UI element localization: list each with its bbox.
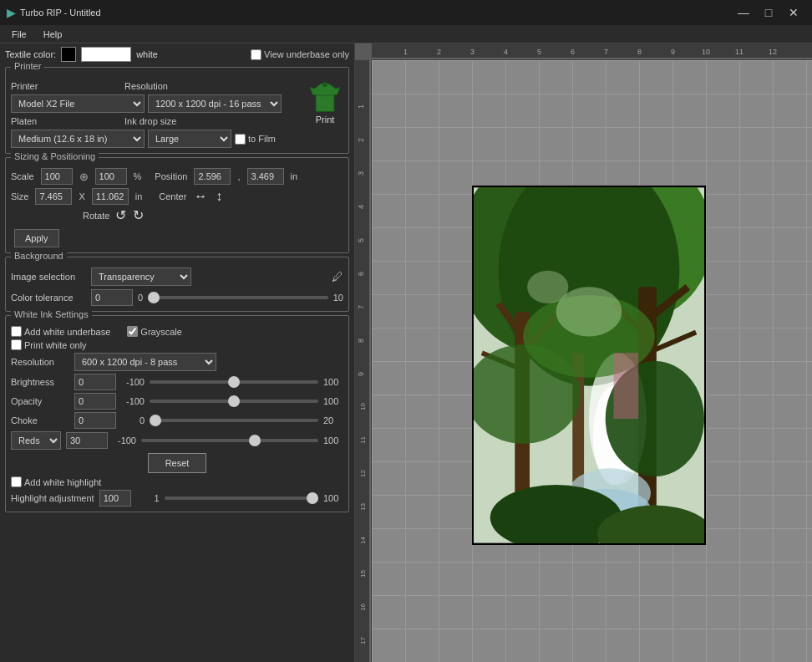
channel-slider[interactable] xyxy=(141,439,318,442)
channel-input[interactable] xyxy=(66,432,108,449)
center-label: Center xyxy=(159,191,186,201)
scale-y-input[interactable] xyxy=(95,168,127,185)
choke-row: Choke 0 20 xyxy=(11,412,343,429)
image-placeholder[interactable] xyxy=(472,186,706,545)
print-label: Print xyxy=(316,115,335,125)
canvas-area: 1 2 3 4 5 6 7 8 9 10 11 12 xyxy=(355,43,812,662)
ruler-vertical: 1 2 3 4 5 6 7 8 9 10 11 12 13 14 15 16 1 xyxy=(355,60,372,662)
color-tol-slider-container xyxy=(148,296,328,299)
shirt-icon xyxy=(307,81,343,115)
svg-text:8: 8 xyxy=(637,48,642,56)
rotate-cw-button[interactable]: ↻ xyxy=(132,206,145,224)
position-label: Position xyxy=(155,171,187,181)
svg-text:15: 15 xyxy=(359,570,367,578)
color-tol-slider[interactable] xyxy=(148,296,328,299)
slider-min-label: 0 xyxy=(138,293,143,303)
printer-label: Printer xyxy=(11,81,53,91)
svg-text:4: 4 xyxy=(504,48,508,56)
maximize-button[interactable]: □ xyxy=(757,3,780,22)
brightness-input[interactable] xyxy=(74,374,116,390)
platen-label: Platen xyxy=(11,116,53,126)
print-button-area: Print xyxy=(307,81,343,125)
color-tol-input[interactable] xyxy=(91,289,133,306)
scale-x-input[interactable] xyxy=(41,168,73,185)
color-tolerance-row: Color tolerance 0 10 xyxy=(11,289,343,306)
brightness-max: 100 xyxy=(323,377,343,387)
svg-text:3: 3 xyxy=(357,171,365,176)
choke-max: 20 xyxy=(323,415,343,425)
opacity-label: Opacity xyxy=(11,396,69,406)
platen-select[interactable]: Medium (12.6 x 18 in) xyxy=(11,130,145,148)
choke-slider-container xyxy=(150,419,318,422)
menu-help[interactable]: Help xyxy=(35,28,71,41)
textile-color-value: white xyxy=(136,49,158,59)
highlight-slider[interactable] xyxy=(165,496,318,500)
brightness-min: -100 xyxy=(121,377,145,387)
center-v-button[interactable]: ↕ xyxy=(215,188,223,205)
minimize-button[interactable]: — xyxy=(732,3,755,22)
eyedropper-button[interactable]: 🖊 xyxy=(332,270,343,283)
printer-section: Printer Printer Resolution Model X2 File… xyxy=(5,67,349,154)
svg-rect-57 xyxy=(614,353,639,419)
color-tol-label: Color tolerance xyxy=(11,293,86,303)
background-section-title: Background xyxy=(11,251,67,261)
add-highlight-checkbox[interactable] xyxy=(11,476,22,487)
choke-slider[interactable] xyxy=(150,419,318,422)
highlight-adj-row: Highlight adjustment 1 100 xyxy=(11,490,343,507)
grayscale-checkbox[interactable] xyxy=(127,326,138,337)
center-h-button[interactable]: ↔ xyxy=(193,188,208,205)
color-swatch-white[interactable] xyxy=(81,47,131,62)
image-sel-select[interactable]: Transparency xyxy=(91,267,191,286)
highlight-adj-input[interactable] xyxy=(99,490,131,507)
wi-resolution-select[interactable]: 600 x 1200 dpi - 8 pass xyxy=(74,353,216,371)
print-button[interactable]: Print xyxy=(307,81,343,125)
rotate-ccw-button[interactable]: ↺ xyxy=(114,206,127,224)
channel-select[interactable]: Reds Greens Blues xyxy=(11,431,61,450)
svg-point-1 xyxy=(322,83,327,87)
pos-x-input[interactable] xyxy=(194,168,231,185)
image-selection-row: Image selection Transparency 🖊 xyxy=(11,267,343,286)
highlight-num: 1 xyxy=(136,493,160,503)
opacity-slider[interactable] xyxy=(150,400,318,403)
brightness-label: Brightness xyxy=(11,377,69,387)
platen-row: Platen Ink drop size xyxy=(11,116,303,126)
to-film-label: to Film xyxy=(235,134,276,145)
print-white-only-checkbox[interactable] xyxy=(11,339,22,350)
close-button[interactable]: ✕ xyxy=(782,3,805,22)
pos-y-input[interactable] xyxy=(247,168,284,185)
forest-image xyxy=(474,187,704,543)
printer-select[interactable]: Model X2 File xyxy=(11,94,145,113)
underbase-checkbox[interactable] xyxy=(251,49,261,60)
choke-input[interactable] xyxy=(74,412,116,429)
titlebar-title: Turbo RIP - Untitled xyxy=(20,8,101,18)
size-y-input[interactable] xyxy=(92,188,129,205)
svg-text:16: 16 xyxy=(359,603,367,611)
titlebar: ▶ Turbo RIP - Untitled — □ ✕ xyxy=(0,0,812,25)
svg-text:9: 9 xyxy=(357,372,365,376)
reset-button[interactable]: Reset xyxy=(148,453,207,473)
add-underbase-checkbox[interactable] xyxy=(11,326,22,337)
color-swatch-black[interactable] xyxy=(61,47,76,62)
titlebar-controls: — □ ✕ xyxy=(732,3,805,22)
size-x-input[interactable] xyxy=(35,188,72,205)
sizing-section-title: Sizing & Positioning xyxy=(11,151,99,161)
resolution-select[interactable]: 1200 x 1200 dpi - 16 pass xyxy=(148,94,282,113)
ink-drop-select[interactable]: Large xyxy=(148,130,231,148)
textile-color-row: Textile color: white View underbase only xyxy=(5,47,349,62)
brightness-slider[interactable] xyxy=(150,380,318,384)
wi-resolution-label: Resolution xyxy=(11,357,69,367)
opacity-min: -100 xyxy=(121,396,145,406)
svg-text:4: 4 xyxy=(357,205,365,209)
opacity-input[interactable] xyxy=(74,393,116,410)
svg-text:12: 12 xyxy=(769,48,777,56)
resolution-label: Resolution xyxy=(124,81,168,91)
to-film-checkbox[interactable] xyxy=(235,134,246,145)
apply-button[interactable]: Apply xyxy=(14,229,59,247)
white-ink-section: White Ink Settings Add white underbase G… xyxy=(5,315,349,512)
svg-text:1: 1 xyxy=(357,104,365,109)
print-white-only-row: Print white only xyxy=(11,339,343,350)
underbase-label: View underbase only xyxy=(264,49,349,59)
svg-text:17: 17 xyxy=(359,637,367,644)
menu-file[interactable]: File xyxy=(3,28,35,41)
wi-resolution-row: Resolution 600 x 1200 dpi - 8 pass xyxy=(11,353,343,371)
